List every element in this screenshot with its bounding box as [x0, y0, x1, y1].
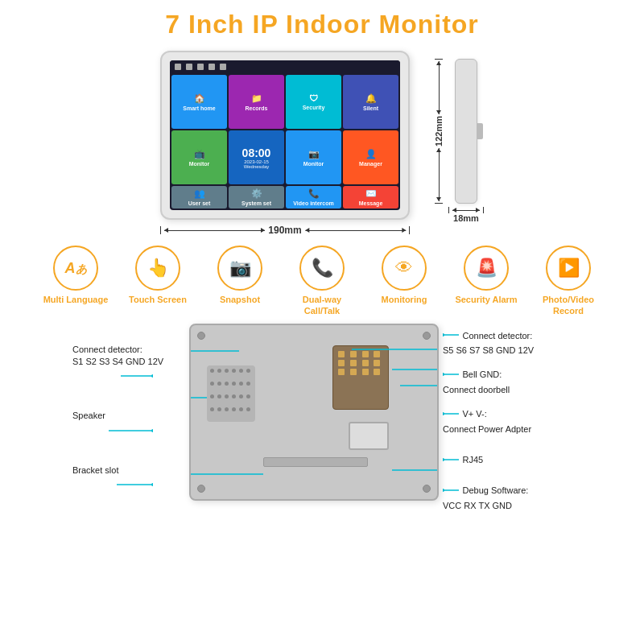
- side-connector: [477, 123, 483, 139]
- rj45-title: RJ45: [462, 455, 483, 464]
- monitor-front-wrapper: 🏠 Smart home 📁 Records 🛡 Security 🔔 Sile…: [160, 51, 410, 236]
- pin-9: [338, 369, 345, 375]
- label-connect-detector-left: Connect detector: S1 S2 S3 S4 GND 12V: [72, 344, 185, 386]
- label-bell-gnd: Bell GND: Connect doorbell: [443, 366, 572, 396]
- top-section: 🏠 Smart home 📁 Records 🛡 Security 🔔 Sile…: [0, 44, 644, 236]
- security-alarm-icon: 🚨: [464, 246, 509, 291]
- label-debug: Debug Software: VCC RX TX GND: [443, 482, 572, 512]
- pin-12: [374, 369, 380, 375]
- svg-point-3: [151, 429, 153, 432]
- label-rj45: RJ45: [443, 452, 572, 466]
- speaker-grille: [207, 365, 255, 422]
- grille-dot: [225, 382, 229, 386]
- grille-dot: [246, 394, 250, 398]
- grille-dot: [232, 382, 236, 386]
- tile-message: ✉️ Message: [343, 186, 398, 208]
- connect-detector-left-title: Connect detector: S1 S2 S3 S4 GND 12V: [72, 344, 185, 369]
- pin-5: [338, 360, 345, 366]
- screw-bottom-right: [423, 485, 431, 493]
- photo-video-record-icon: ▶️: [546, 246, 591, 291]
- feature-photo-video-record: ▶️ Photo/Video Record: [531, 246, 605, 317]
- snapshot-label: Snapshot: [220, 294, 260, 305]
- rj45-port: [349, 422, 389, 450]
- grille-dot: [225, 394, 229, 398]
- pin-7: [362, 360, 369, 366]
- svg-point-1: [151, 374, 153, 378]
- multi-language-label: Multi Language: [43, 294, 109, 305]
- multi-language-icon: Aあ: [53, 246, 98, 291]
- tile-system-set: ⚙️ System set: [229, 186, 284, 208]
- svg-point-23: [443, 489, 444, 492]
- tile-silent: 🔔 Silent: [343, 75, 398, 129]
- status-icon-1: [175, 64, 181, 70]
- monitor-back: [189, 324, 439, 501]
- dual-way-call-icon: 📞: [299, 246, 345, 291]
- monitoring-icon: 👁: [382, 246, 427, 291]
- grille-dot: [246, 382, 250, 386]
- security-alarm-label: Security Alarm: [455, 294, 517, 305]
- screw-bottom-left: [197, 485, 205, 493]
- label-connect-detector-right: Connect detector: S5 S6 S7 S8 GND 12V: [443, 328, 572, 357]
- features-section: Aあ Multi Language 👆 Touch Screen 📷 Snaps…: [0, 236, 644, 320]
- monitor-side: [455, 59, 477, 204]
- svg-point-19: [443, 412, 444, 415]
- grille-dot: [225, 407, 229, 411]
- feature-dual-way-call: 📞 Dual-way Call/Talk: [285, 246, 359, 317]
- touch-screen-label: Touch Screen: [129, 294, 187, 305]
- tile-user-set: 👥 User set: [171, 186, 227, 208]
- monitor-front: 🏠 Smart home 📁 Records 🛡 Security 🔔 Sile…: [160, 51, 410, 220]
- status-icon-3: [197, 64, 204, 70]
- connector-pins: [333, 346, 388, 380]
- back-panel-container: Connect detector: S1 S2 S3 S4 GND 12V Sp…: [0, 320, 644, 522]
- tile-monitor2: 📷 Monitor: [286, 130, 341, 184]
- snapshot-icon: 📷: [217, 246, 262, 291]
- pin-11: [362, 369, 369, 375]
- screen-grid: 🏠 Smart home 📁 Records 🛡 Security 🔔 Sile…: [170, 73, 400, 210]
- status-icon-5: [220, 64, 226, 70]
- svg-point-15: [443, 333, 444, 336]
- pin-3: [362, 351, 369, 357]
- grille-dot: [210, 382, 214, 386]
- pin-6: [350, 360, 357, 366]
- terminal-block: [332, 345, 389, 410]
- grille-dot: [246, 369, 250, 373]
- pin-8: [374, 360, 380, 366]
- screw-top-left: [197, 332, 205, 340]
- pin-2: [350, 351, 357, 357]
- pin-4: [374, 351, 380, 357]
- feature-snapshot: 📷 Snapshot: [203, 246, 277, 305]
- svg-point-21: [443, 458, 444, 461]
- dual-way-call-label: Dual-way Call/Talk: [285, 294, 359, 317]
- grille-dot: [210, 407, 214, 411]
- grille-dot: [210, 394, 214, 398]
- height-dimension: 122mm: [434, 59, 444, 204]
- width-dimension: 190mm: [160, 225, 410, 236]
- tile-clock: 08:00 2023-02-15 Wednesday: [229, 130, 284, 184]
- feature-security-alarm: 🚨 Security Alarm: [449, 246, 523, 305]
- svg-point-17: [443, 373, 444, 376]
- bracket-slot-title: Bracket slot: [72, 464, 185, 477]
- label-speaker: Speaker: [72, 410, 185, 436]
- screen-top-bar: [170, 60, 400, 73]
- width-label: 190mm: [268, 225, 301, 236]
- label-power: V+ V-: Connect Power Adpter: [443, 406, 572, 436]
- right-labels: Connect detector: S5 S6 S7 S8 GND 12V Be…: [439, 324, 572, 522]
- grille-dot: [232, 407, 236, 411]
- height-label: 122mm: [434, 116, 444, 147]
- feature-monitoring: 👁 Monitoring: [367, 246, 441, 305]
- page-title: 7 Inch IP Indoor Monitor: [0, 0, 644, 44]
- tile-smart-home: 🏠 Smart home: [171, 75, 227, 129]
- grille-dot: [232, 394, 236, 398]
- left-labels: Connect detector: S1 S2 S3 S4 GND 12V Sp…: [72, 324, 189, 501]
- bracket-slot-part: [263, 457, 368, 467]
- depth-label: 18mm: [453, 213, 479, 223]
- grille-dot: [217, 407, 221, 411]
- tile-security: 🛡 Security: [286, 75, 341, 129]
- screw-top-right: [423, 332, 431, 340]
- tile-manager: 👤 Manager: [343, 130, 398, 184]
- grille-dot: [217, 394, 221, 398]
- pin-10: [350, 369, 357, 375]
- grille-dot: [217, 369, 221, 373]
- tile-video-intercom: 📞 Video intercom: [286, 186, 341, 208]
- monitor-screen: 🏠 Smart home 📁 Records 🛡 Security 🔔 Sile…: [170, 60, 400, 210]
